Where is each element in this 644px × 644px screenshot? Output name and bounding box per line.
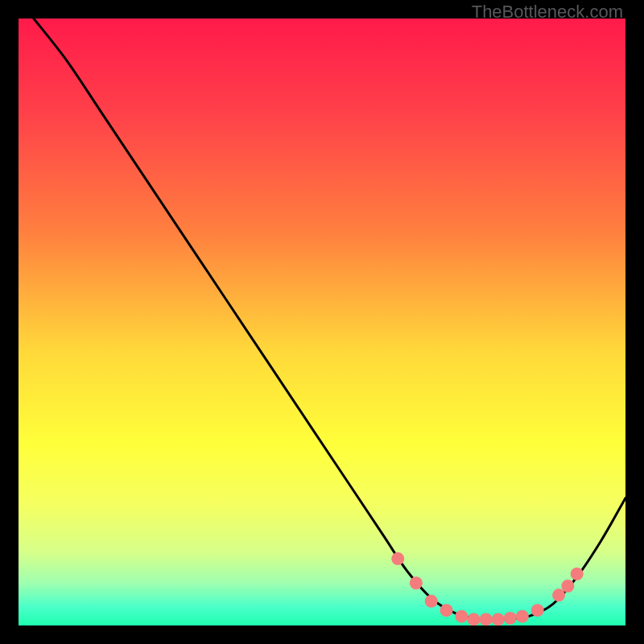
- marker-dot: [391, 552, 404, 565]
- marker-dot: [561, 580, 574, 592]
- marker-dot: [410, 576, 423, 589]
- marker-dot: [480, 613, 493, 625]
- chart-svg: [19, 19, 625, 625]
- marker-dot: [455, 610, 468, 623]
- marker-dot: [440, 604, 453, 617]
- chart-frame: TheBottleneck.com: [0, 0, 644, 644]
- marker-dot: [492, 613, 505, 625]
- marker-dot: [552, 588, 565, 601]
- watermark-label: TheBottleneck.com: [472, 2, 623, 23]
- marker-dot: [425, 595, 438, 608]
- marker-dot: [504, 612, 517, 625]
- marker-dot: [468, 613, 481, 625]
- marker-dot: [516, 610, 529, 623]
- gradient-background: [19, 19, 625, 625]
- plot-area: [19, 19, 625, 625]
- marker-dot: [571, 568, 584, 580]
- marker-dot: [531, 604, 544, 617]
